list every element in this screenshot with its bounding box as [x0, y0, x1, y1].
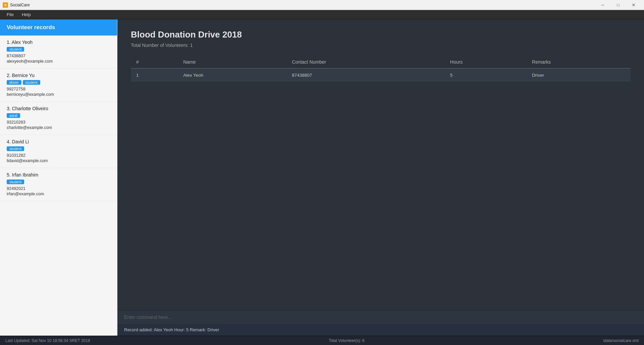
table-cell-hours: 5 — [445, 68, 527, 82]
volunteer-tag: student — [23, 80, 40, 85]
main-container: Volunteer records 1. Alex Yeohstudent874… — [0, 19, 644, 336]
volunteer-item[interactable]: 5. Irfan Ibrahimstudent92492021irfan@exa… — [0, 168, 117, 201]
titlebar-left: S SocialCare — [3, 2, 30, 8]
volunteer-tag: student — [7, 47, 24, 52]
volunteer-email: irfan@example.com — [7, 192, 110, 196]
volunteer-tag: driver — [7, 80, 21, 85]
app-title: SocialCare — [10, 3, 30, 7]
volunteer-tags: student — [7, 180, 110, 184]
titlebar-controls: ─ □ ✕ — [595, 0, 641, 10]
volunteer-item[interactable]: 4. David Listudent91031282lidavid@exampl… — [0, 135, 117, 168]
volunteer-email: berniceyu@example.com — [7, 92, 110, 97]
volunteer-phone: 87438807 — [7, 54, 110, 58]
volunteer-phone: 99272758 — [7, 87, 110, 91]
table-cell-number: 1 — [131, 68, 178, 82]
right-panel: Blood Donation Drive 2018 Total Number o… — [117, 19, 644, 336]
statusbar: Last Updated: Sat Nov 10 18:56:34 SRET 2… — [0, 336, 644, 345]
volunteer-name: 4. David Li — [7, 139, 110, 144]
table-cell-name: Alex Yeoh — [178, 68, 286, 82]
volunteer-tag: student — [7, 146, 24, 151]
close-button[interactable]: ✕ — [626, 0, 641, 10]
table-cell-contact: 87438807 — [286, 68, 445, 82]
col-contact: Contact Number — [286, 56, 445, 68]
volunteer-phone: 93210283 — [7, 120, 110, 125]
titlebar: S SocialCare ─ □ ✕ — [0, 0, 644, 10]
event-subtitle: Total Number of Volunteers: 1 — [131, 43, 631, 48]
menubar: File Help — [0, 10, 644, 19]
last-updated: Last Updated: Sat Nov 10 18:56:34 SRET 2… — [5, 338, 90, 343]
event-title: Blood Donation Drive 2018 — [131, 29, 631, 40]
col-number: # — [131, 56, 178, 68]
table-header: # Name Contact Number Hours Remarks — [131, 56, 631, 68]
volunteer-table: # Name Contact Number Hours Remarks 1Ale… — [131, 56, 631, 82]
table-header-row: # Name Contact Number Hours Remarks — [131, 56, 631, 68]
col-name: Name — [178, 56, 286, 68]
maximize-button[interactable]: □ — [610, 0, 626, 10]
total-label: Total Number of Volunteers: — [131, 43, 189, 48]
volunteer-tags: driverstudent — [7, 80, 110, 85]
col-hours: Hours — [445, 56, 527, 68]
sidebar-scroll[interactable]: 1. Alex Yeohstudent87438807alexyeoh@exam… — [0, 36, 117, 336]
command-area: Record added: Alex Yeoh Hour: 5 Remark: … — [117, 310, 644, 336]
sidebar: Volunteer records 1. Alex Yeohstudent874… — [0, 19, 117, 336]
total-volunteers-status: Total Volunteer(s): 6 — [329, 338, 365, 343]
command-output: Record added: Alex Yeoh Hour: 5 Remark: … — [117, 324, 644, 336]
menu-help[interactable]: Help — [18, 11, 35, 18]
volunteer-name: 2. Bernice Yu — [7, 73, 110, 78]
table-body: 1Alex Yeoh874388075Driver — [131, 68, 631, 82]
volunteer-item[interactable]: 3. Charlotte Oliveiroadult93210283charlo… — [0, 102, 117, 135]
event-content: Blood Donation Drive 2018 Total Number o… — [117, 19, 644, 310]
volunteer-item[interactable]: 2. Bernice Yudriverstudent99272758bernic… — [0, 69, 117, 102]
col-remarks: Remarks — [527, 56, 631, 68]
table-cell-remarks: Driver — [527, 68, 631, 82]
volunteer-name: 1. Alex Yeoh — [7, 40, 110, 45]
command-input[interactable] — [117, 310, 644, 324]
volunteer-tags: adult — [7, 113, 110, 118]
volunteer-tag: adult — [7, 113, 20, 118]
volunteer-phone: 91031282 — [7, 153, 110, 158]
file-path: \data\socialcare.xml — [603, 338, 639, 343]
volunteer-tag: student — [7, 180, 24, 184]
app-icon: S — [3, 2, 8, 8]
volunteer-email: alexyeoh@example.com — [7, 59, 110, 64]
table-row: 1Alex Yeoh874388075Driver — [131, 68, 631, 82]
sidebar-header: Volunteer records — [0, 19, 117, 36]
volunteer-tags: student — [7, 146, 110, 151]
minimize-button[interactable]: ─ — [595, 0, 610, 10]
volunteer-name: 5. Irfan Ibrahim — [7, 172, 110, 178]
total-count: 1 — [190, 43, 193, 48]
command-input-wrapper — [117, 310, 644, 324]
volunteer-phone: 92492021 — [7, 186, 110, 191]
volunteer-email: charlotte@example.com — [7, 125, 110, 130]
menu-file[interactable]: File — [3, 11, 18, 18]
volunteer-name: 3. Charlotte Oliveiro — [7, 106, 110, 111]
volunteer-item[interactable]: 1. Alex Yeohstudent87438807alexyeoh@exam… — [0, 36, 117, 69]
volunteer-tags: student — [7, 47, 110, 52]
volunteer-email: lidavid@example.com — [7, 158, 110, 163]
